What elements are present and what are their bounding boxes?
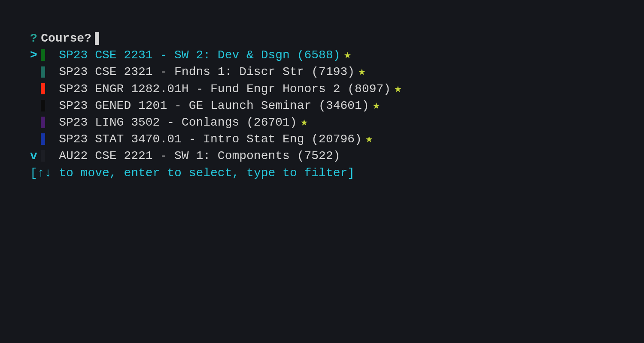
favorite-star-icon: ★ <box>365 131 373 147</box>
course-item[interactable]: SP23 ENGR 1282.01H - Fund Engr Honors 2 … <box>30 81 644 97</box>
prompt-label: Course? <box>41 30 91 47</box>
course-item-label: AU22 CSE 2221 - SW 1: Components (7522) <box>52 147 340 164</box>
selection-pointer-icon: > <box>30 47 37 63</box>
course-item[interactable]: SP23 STAT 3470.01 - Intro Stat Eng (2079… <box>30 131 644 147</box>
pointer-spacer <box>30 114 37 131</box>
prompt-question-mark-icon: ? <box>30 30 37 47</box>
pointer-spacer <box>30 81 37 97</box>
course-color-swatch-icon <box>41 63 48 80</box>
course-item-label: SP23 CSE 2231 - SW 2: Dev & Dsgn (6588) <box>52 47 340 63</box>
course-color-swatch-icon <box>41 81 48 97</box>
keyboard-hint: [↑↓ to move, enter to select, type to fi… <box>30 165 644 181</box>
course-list[interactable]: > SP23 CSE 2231 - SW 2: Dev & Dsgn (6588… <box>30 47 644 164</box>
text-cursor-icon[interactable] <box>95 32 99 45</box>
course-item-label: SP23 ENGR 1282.01H - Fund Engr Honors 2 … <box>52 81 391 97</box>
course-item-label: SP23 STAT 3470.01 - Intro Stat Eng (2079… <box>52 131 362 147</box>
course-color-swatch-icon <box>41 147 48 164</box>
prompt-line: ? Course? <box>30 30 644 47</box>
favorite-star-icon: ★ <box>373 97 380 114</box>
course-item-label: SP23 GENED 1201 - GE Launch Seminar (346… <box>52 97 369 114</box>
course-color-swatch-icon <box>41 97 48 114</box>
course-item-label: SP23 CSE 2321 - Fndns 1: Discr Str (7193… <box>52 63 355 80</box>
course-item[interactable]: SP23 CSE 2321 - Fndns 1: Discr Str (7193… <box>30 63 644 80</box>
favorite-star-icon: ★ <box>344 47 351 63</box>
pointer-spacer <box>30 131 37 147</box>
more-below-icon: v <box>30 147 37 164</box>
course-item[interactable]: SP23 GENED 1201 - GE Launch Seminar (346… <box>30 97 644 114</box>
pointer-spacer <box>30 97 37 114</box>
favorite-star-icon: ★ <box>301 114 308 131</box>
course-item[interactable]: > SP23 CSE 2231 - SW 2: Dev & Dsgn (6588… <box>30 47 644 63</box>
course-color-swatch-icon <box>41 131 48 147</box>
course-item-label: SP23 LING 3502 - Conlangs (26701) <box>52 114 297 131</box>
course-item[interactable]: SP23 LING 3502 - Conlangs (26701)★ <box>30 114 644 131</box>
course-color-swatch-icon <box>41 114 48 131</box>
pointer-spacer <box>30 63 37 80</box>
favorite-star-icon: ★ <box>358 63 365 80</box>
favorite-star-icon: ★ <box>395 81 402 97</box>
course-item[interactable]: v AU22 CSE 2221 - SW 1: Components (7522… <box>30 147 644 164</box>
course-color-swatch-icon <box>41 47 48 63</box>
